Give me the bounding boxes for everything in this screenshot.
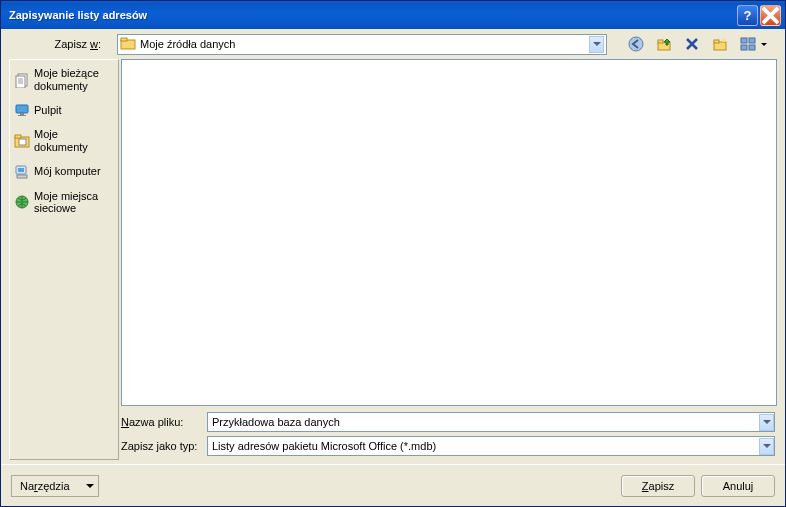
- svg-rect-4: [658, 40, 663, 43]
- svg-point-7: [722, 38, 726, 42]
- delete-button[interactable]: [681, 33, 703, 55]
- up-one-level-button[interactable]: [653, 33, 675, 55]
- place-network[interactable]: Moje miejsca sieciowe: [12, 186, 116, 219]
- views-button[interactable]: [737, 33, 769, 55]
- filename-dropdown-arrow[interactable]: [759, 414, 774, 431]
- svg-rect-8: [741, 38, 747, 43]
- place-mycomp[interactable]: Mój komputer: [12, 160, 116, 184]
- body-area: Moje bieżące dokumenty Pulpit Moje dokum…: [1, 59, 785, 464]
- save-in-label: Zapisz w:: [9, 38, 109, 50]
- svg-point-2: [629, 37, 643, 51]
- my-documents-icon: [14, 133, 30, 149]
- svg-rect-18: [15, 135, 21, 138]
- place-desktop[interactable]: Pulpit: [12, 98, 116, 122]
- svg-rect-6: [714, 40, 719, 43]
- new-folder-button[interactable]: [709, 33, 731, 55]
- network-places-icon: [14, 194, 30, 210]
- topbar: Zapisz w: Moje źródła danych: [1, 29, 785, 59]
- places-bar: Moje bieżące dokumenty Pulpit Moje dokum…: [9, 59, 119, 460]
- svg-rect-1: [121, 38, 127, 41]
- my-computer-icon: [14, 164, 30, 180]
- svg-rect-19: [19, 139, 26, 145]
- location-combo[interactable]: Moje źródła danych: [117, 34, 607, 55]
- svg-rect-13: [16, 76, 25, 88]
- views-dropdown-arrow[interactable]: [759, 33, 769, 55]
- back-button[interactable]: [625, 33, 647, 55]
- filetype-dropdown-arrow[interactable]: [759, 438, 774, 455]
- main-column: Nazwa pliku: Przykładowa baza danych Zap…: [121, 59, 777, 460]
- svg-rect-22: [17, 175, 27, 178]
- recent-documents-icon: [14, 72, 30, 88]
- filename-input[interactable]: Przykładowa baza danych: [207, 412, 775, 432]
- svg-rect-11: [749, 45, 755, 50]
- svg-rect-16: [18, 115, 26, 116]
- tools-button[interactable]: Narzędzia: [11, 475, 99, 497]
- cancel-button[interactable]: Anuluj: [701, 475, 775, 497]
- svg-rect-10: [741, 45, 747, 50]
- svg-rect-9: [749, 38, 755, 43]
- svg-rect-14: [16, 105, 28, 113]
- toolbar: [625, 33, 769, 55]
- filename-label: Nazwa pliku:: [121, 416, 203, 428]
- save-dialog: Zapisywanie listy adresów ? Zapisz w: Mo…: [0, 0, 786, 507]
- place-recent[interactable]: Moje bieżące dokumenty: [12, 63, 116, 96]
- help-button[interactable]: ?: [737, 5, 758, 26]
- location-text: Moje źródła danych: [140, 38, 589, 50]
- footer: Narzędzia Zapisz Anuluj: [1, 464, 785, 506]
- close-button[interactable]: [760, 5, 781, 26]
- filetype-label: Zapisz jako typ:: [121, 440, 203, 452]
- bottom-fields: Nazwa pliku: Przykładowa baza danych Zap…: [121, 412, 777, 460]
- place-mydocs[interactable]: Moje dokumenty: [12, 124, 116, 157]
- file-list[interactable]: [121, 59, 777, 406]
- save-button[interactable]: Zapisz: [621, 475, 695, 497]
- location-dropdown-arrow[interactable]: [589, 36, 604, 53]
- titlebar[interactable]: Zapisywanie listy adresów ?: [1, 1, 785, 29]
- filetype-combo[interactable]: Listy adresów pakietu Microsoft Office (…: [207, 436, 775, 456]
- desktop-icon: [14, 102, 30, 118]
- folder-icon: [120, 36, 136, 52]
- svg-rect-15: [20, 113, 24, 115]
- window-title: Zapisywanie listy adresów: [9, 9, 737, 21]
- svg-rect-21: [18, 168, 24, 172]
